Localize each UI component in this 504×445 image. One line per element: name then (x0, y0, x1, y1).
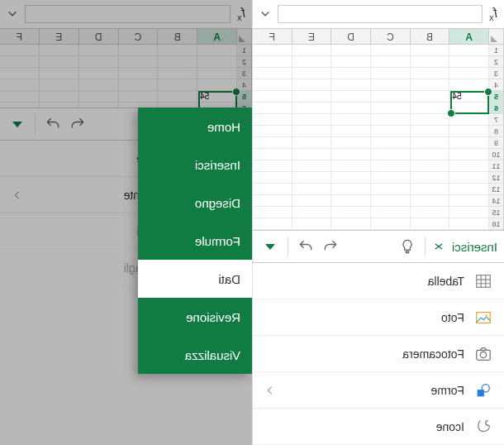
lightbulb-icon[interactable] (397, 236, 418, 257)
col-header-f[interactable]: F (253, 29, 292, 44)
formula-input[interactable] (278, 5, 483, 23)
ribbon-menu-disegno[interactable]: Disegno (138, 184, 252, 222)
insert-item-icone[interactable]: Icone (253, 409, 504, 445)
ribbon-dropdown-icon[interactable] (432, 240, 445, 253)
col-header-a[interactable]: A (449, 29, 489, 44)
cell-a5[interactable]: 54 (449, 91, 489, 103)
spreadsheet[interactable]: A B C D E F 1234 56 78910 11121314 1516 … (253, 28, 504, 230)
panel-item-label: Foto (441, 311, 464, 324)
ribbon-menu-dati[interactable]: Dati (138, 260, 252, 298)
undo-icon[interactable] (320, 236, 341, 257)
insert-item-tabella[interactable]: Tabella (253, 263, 504, 299)
formula-bar: fx (253, 0, 504, 28)
insert-panel: Tabella Foto Fotocamera Forme Icone (253, 263, 504, 445)
screen-ribbon-dropdown: fx A B C D E F 1234 56 54 (0, 0, 252, 445)
ribbon-menu-visualizza[interactable]: Visualizza (138, 336, 252, 374)
svg-rect-6 (478, 390, 484, 396)
panel-item-label: Icone (436, 420, 464, 433)
redo-icon[interactable] (295, 236, 316, 257)
toolbar: Inserisci (253, 230, 504, 263)
svg-rect-0 (477, 275, 491, 287)
col-header-c[interactable]: C (371, 29, 411, 44)
cell-grid[interactable]: 54 (253, 45, 489, 230)
photo-icon (474, 309, 492, 327)
col-header-e[interactable]: E (292, 29, 332, 44)
ribbon-menu-formule[interactable]: Formule (138, 222, 252, 260)
ribbon-tab-label[interactable]: Inserisci (452, 240, 497, 254)
panel-item-label: Forme (431, 384, 464, 397)
select-all-corner[interactable] (489, 29, 504, 44)
shapes-icon (474, 381, 492, 400)
chevron-down-icon[interactable] (259, 8, 271, 20)
ribbon-menu-home[interactable]: Home (138, 108, 252, 146)
icons-icon (474, 418, 492, 436)
camera-icon (474, 345, 492, 363)
panel-item-label: Tabella (428, 275, 464, 288)
table-icon (474, 272, 492, 290)
screen-normal: fx A B C D E F 1234 56 78910 11121314 15… (252, 0, 504, 445)
svg-point-4 (480, 352, 486, 357)
col-header-d[interactable]: D (331, 29, 371, 44)
ribbon-tab-menu: Home Inserisci Disegno Formule Dati Revi… (138, 108, 252, 374)
svg-point-2 (485, 313, 487, 316)
fx-label: fx (489, 6, 497, 22)
insert-item-forme[interactable]: Forme (253, 372, 504, 409)
col-header-b[interactable]: B (411, 29, 450, 44)
svg-rect-1 (477, 312, 491, 323)
collapse-panel-icon[interactable] (259, 236, 281, 257)
chevron-right-icon (264, 385, 276, 396)
insert-item-foto[interactable]: Foto (253, 299, 504, 336)
panel-item-label: Fotocamera (402, 347, 464, 361)
ribbon-menu-revisione[interactable]: Revisione (138, 298, 252, 336)
row-headers: 1234 56 78910 11121314 1516 (489, 45, 504, 230)
column-headers: A B C D E F (253, 28, 504, 45)
ribbon-menu-inserisci[interactable]: Inserisci (138, 146, 252, 184)
insert-item-fotocamera[interactable]: Fotocamera (253, 336, 504, 372)
